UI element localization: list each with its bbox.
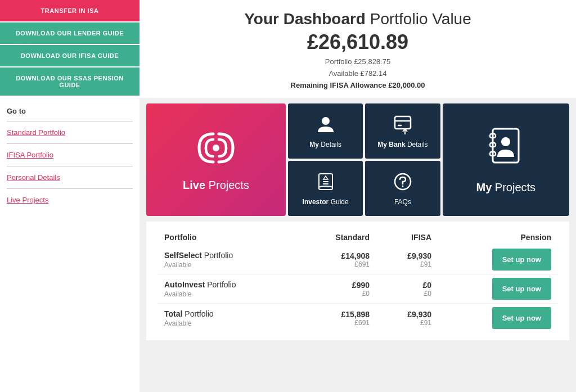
sidebar: Transfer in ISA Download our Lender Guid…	[0, 0, 140, 392]
row-pension-2[interactable]: Set up now	[438, 304, 558, 333]
col-pension: Pension	[438, 229, 558, 245]
lender-guide-button[interactable]: Download our Lender Guide	[0, 22, 140, 44]
sidebar-divider-4	[7, 188, 133, 189]
broadcast-icon	[194, 128, 238, 173]
my-details-tile[interactable]: My Details	[288, 103, 363, 159]
row-pension-1[interactable]: Set up now	[438, 274, 558, 304]
my-details-label: My Details	[309, 141, 341, 148]
row-ifisa-0: £9,930 £91	[376, 245, 438, 274]
header: Your Dashboard Portfolio Value £26,610.8…	[140, 0, 576, 98]
portfolio-value: £25,828.75	[354, 57, 390, 66]
ssas-guide-button[interactable]: Download our SSAS Pension Guide	[0, 67, 140, 96]
svg-point-1	[322, 117, 330, 125]
set-up-now-button-2[interactable]: Set up now	[492, 307, 551, 329]
available-value: £782.14	[361, 69, 387, 78]
notebook-icon	[486, 126, 525, 175]
page-title: Your Dashboard Portfolio Value	[151, 10, 565, 28]
row-title-0: SelfSelect Portfolio Available	[158, 245, 298, 274]
row-ifisa-2: £9,930 £91	[376, 304, 438, 333]
row-standard-2: £15,898 £691	[298, 304, 376, 333]
table-row: AutoInvest Portfolio Available £990 £0 £…	[158, 274, 558, 304]
table-row: SelfSelect Portfolio Available £14,908 £…	[158, 245, 558, 274]
my-projects-tile[interactable]: My Projects	[443, 103, 569, 216]
col-portfolio: Portfolio	[158, 229, 298, 245]
question-icon	[393, 172, 413, 195]
icon-grid: Live Projects My Details	[146, 103, 569, 216]
portfolio-total-value: £26,610.89	[151, 30, 565, 54]
live-projects-label: Live Projects	[183, 179, 249, 192]
bank-icon	[393, 114, 413, 137]
set-up-now-button-1[interactable]: Set up now	[492, 278, 551, 300]
row-standard-0: £14,908 £691	[298, 245, 376, 274]
row-title-2: Total Portfolio Available	[158, 304, 298, 333]
person-icon	[316, 114, 336, 137]
svg-point-0	[213, 145, 219, 151]
my-projects-label: My Projects	[476, 181, 536, 194]
svg-rect-2	[395, 116, 411, 129]
portfolio-sub-details: Portfolio £25,828.75 Available £782.14 R…	[151, 56, 565, 91]
my-bank-tile[interactable]: My Bank Details	[365, 103, 440, 159]
portfolio-label: Portfolio	[325, 57, 352, 66]
book-icon	[316, 172, 336, 195]
row-pension-0[interactable]: Set up now	[438, 245, 558, 274]
available-label: Available	[328, 69, 358, 78]
table-row: Total Portfolio Available £15,898 £691 £…	[158, 304, 558, 333]
link-standard-portfolio[interactable]: Standard Portfolio	[0, 124, 140, 141]
link-ifisa-portfolio[interactable]: IFISA Portfolio	[0, 146, 140, 164]
faqs-tile[interactable]: FAQs	[365, 161, 440, 216]
portfolio-table-section: Portfolio Standard IFISA Pension SelfSel…	[146, 222, 569, 340]
transfer-isa-button[interactable]: Transfer in ISA	[0, 0, 140, 21]
faqs-label: FAQs	[394, 198, 411, 206]
link-personal-details[interactable]: Personal Details	[0, 169, 140, 186]
link-live-projects[interactable]: Live Projects	[0, 191, 140, 209]
col-standard: Standard	[298, 229, 376, 245]
title-part2: Portfolio Value	[370, 10, 471, 28]
svg-point-5	[402, 185, 403, 187]
row-standard-1: £990 £0	[298, 274, 376, 304]
sidebar-divider-3	[7, 166, 133, 166]
set-up-now-button-0[interactable]: Set up now	[492, 249, 551, 271]
investor-guide-label: Investor Guide	[303, 198, 349, 206]
title-bold: Your Dashboard	[244, 10, 366, 28]
svg-point-10	[501, 137, 510, 146]
row-ifisa-1: £0 £0	[376, 274, 438, 304]
portfolio-table: Portfolio Standard IFISA Pension SelfSel…	[158, 229, 558, 332]
ifisa-guide-button[interactable]: Download our IFISA Guide	[0, 45, 140, 66]
goto-label: Go to	[0, 97, 140, 119]
sidebar-divider-1	[7, 121, 133, 121]
sidebar-divider-2	[7, 143, 133, 144]
icon-grid-right: My Details My Bank Details	[288, 103, 440, 216]
ifisa-allowance: Remaining IFISA Allowance £20,000.00	[291, 81, 425, 89]
col-ifisa: IFISA	[376, 229, 438, 245]
live-projects-tile[interactable]: Live Projects	[146, 103, 286, 216]
main-content: Your Dashboard Portfolio Value £26,610.8…	[140, 0, 576, 392]
my-bank-label: My Bank Details	[377, 141, 428, 148]
investor-guide-tile[interactable]: Investor Guide	[288, 161, 363, 216]
row-title-1: AutoInvest Portfolio Available	[158, 274, 298, 304]
